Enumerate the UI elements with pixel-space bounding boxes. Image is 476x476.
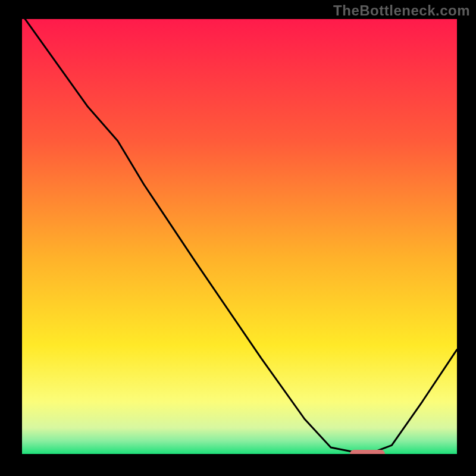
bottleneck-curve — [22, 19, 457, 452]
watermark-text: TheBottleneck.com — [333, 2, 470, 19]
optimal-range-marker — [350, 450, 385, 455]
chart-frame: TheBottleneck.com — [0, 0, 476, 476]
plot-area — [21, 18, 458, 455]
curve-layer — [22, 19, 457, 454]
